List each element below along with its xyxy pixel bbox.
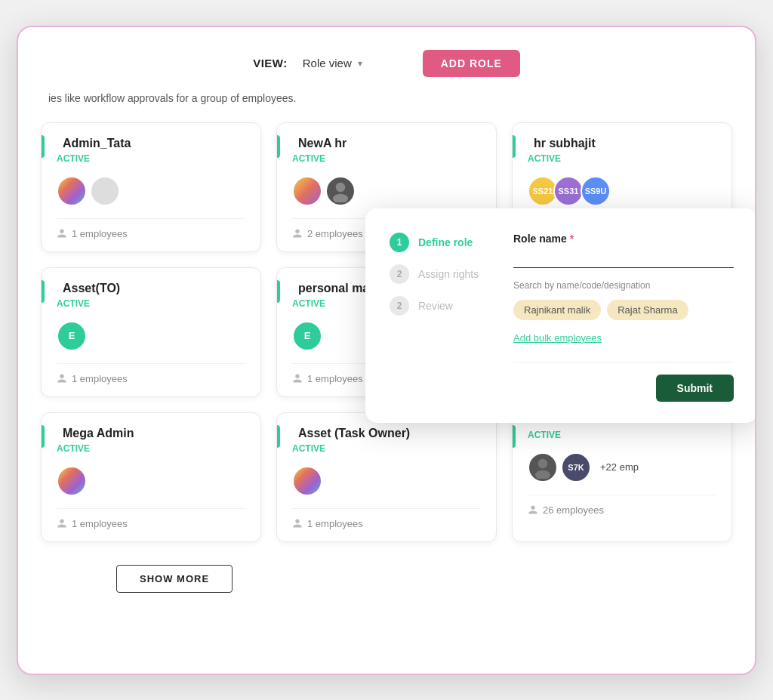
add-role-modal: 1 Define role 2 Assign rights 2: [365, 208, 756, 423]
active-bar: [277, 280, 280, 303]
person-icon: [57, 518, 67, 529]
employee-count: 1 employees: [292, 508, 481, 529]
modal-footer: Submit: [513, 362, 734, 402]
role-card-asset-task-owner: Asset (Task Owner) ACTIVE 1 employees: [276, 412, 497, 542]
card-status: ACTIVE: [528, 430, 716, 440]
card-title: hr subhajit: [528, 137, 716, 150]
person-icon: [292, 518, 303, 529]
avatar-ss31: SS31: [553, 176, 584, 206]
active-bar: [42, 280, 45, 303]
person-silhouette-icon: [531, 456, 554, 479]
avatar-s7k: S7K: [561, 452, 591, 483]
add-role-button[interactable]: ADD ROLE: [423, 50, 520, 77]
extra-emp-badge: +22 emp: [600, 461, 639, 473]
step-2-label: Assign rights: [418, 268, 479, 280]
person-icon: [57, 373, 67, 384]
card-avatars: S7K +22 emp: [528, 451, 716, 484]
card-title: Mega Admin: [57, 427, 245, 440]
step-3-circle: 2: [390, 296, 409, 316]
modal-steps: 1 Define role 2 Assign rights 2: [390, 233, 495, 316]
avatar-colorful: [292, 466, 322, 496]
person-icon: [528, 504, 538, 515]
view-option-text: Role view: [303, 57, 352, 69]
modal-steps-panel: 1 Define role 2 Assign rights 2: [390, 233, 495, 402]
show-more-button[interactable]: SHOW MORE: [116, 565, 233, 593]
add-bulk-employees-link[interactable]: Add bulk employees: [513, 332, 734, 344]
active-bar: [513, 135, 516, 158]
step-define-role: 1 Define role: [390, 233, 495, 252]
avatar-photo1: [528, 452, 558, 483]
submit-button[interactable]: Submit: [656, 375, 734, 402]
view-select-dropdown[interactable]: Role view ▾: [300, 52, 365, 74]
description-text: ies like workflow approvals for a group …: [41, 92, 732, 104]
active-bar: [513, 425, 516, 448]
chevron-down-icon: ▾: [358, 58, 362, 69]
card-status: ACTIVE: [292, 153, 481, 164]
avatar-colorful: [57, 466, 87, 496]
avatar-E: E: [57, 321, 87, 351]
active-bar: [277, 135, 280, 158]
card-title: NewA hr: [292, 137, 481, 150]
card-avatars: SS21 SS31 SS9U: [528, 174, 716, 208]
active-bar: [42, 135, 45, 158]
search-hint: Search by name/code/designation: [513, 280, 734, 291]
card-status: ACTIVE: [57, 298, 245, 309]
required-star: *: [570, 233, 574, 245]
role-card-mega-admin: Mega Admin ACTIVE 1 employees: [41, 412, 261, 542]
role-card-extra: ACTIVE S7K +22 emp 26 employees: [512, 412, 732, 542]
avatar-photo: [325, 176, 356, 206]
card-avatars: [57, 464, 245, 498]
card-status: ACTIVE: [292, 443, 481, 454]
step-3-label: Review: [418, 300, 453, 312]
step-2-circle: 2: [390, 264, 409, 284]
card-avatars: [292, 174, 481, 208]
avatar-E: E: [292, 321, 322, 351]
role-name-input-wrapper: [513, 251, 734, 268]
avatar: [292, 176, 322, 206]
card-title: Asset(TO): [57, 282, 245, 295]
card-title: Admin_Tata: [57, 137, 245, 150]
card-title: Asset (Task Owner): [292, 427, 481, 440]
step-1-label: Define role: [418, 236, 473, 248]
person-icon: [57, 228, 67, 239]
avatar: [57, 176, 87, 206]
person-icon: [292, 373, 303, 384]
svg-point-2: [538, 458, 548, 468]
step-review: 2 Review: [390, 296, 495, 316]
app-container: VIEW: Role view ▾ ADD ROLE ies like work…: [17, 26, 756, 675]
card-status: ACTIVE: [57, 443, 245, 454]
card-avatars: [292, 464, 481, 498]
avatar-ss9u: SS9U: [581, 176, 611, 206]
role-name-input[interactable]: [513, 251, 734, 264]
role-name-label: Role name *: [513, 233, 734, 245]
svg-point-0: [336, 182, 346, 192]
employee-tag-1[interactable]: Rajat Sharma: [607, 300, 688, 320]
svg-point-1: [333, 193, 348, 202]
active-bar: [42, 425, 45, 448]
card-avatars: [57, 174, 245, 208]
role-card-asset-to: Asset(TO) ACTIVE E 1 employees: [41, 267, 261, 397]
top-bar: VIEW: Role view ▾ ADD ROLE: [41, 42, 732, 77]
role-card-admin-tata: Admin_Tata ACTIVE 1 employees: [41, 122, 261, 252]
modal-form-panel: Role name * Search by name/code/designat…: [513, 233, 734, 402]
card-avatars: E: [57, 319, 245, 353]
active-bar: [277, 425, 280, 448]
card-status: ACTIVE: [57, 153, 245, 164]
step-assign-rights: 2 Assign rights: [390, 264, 495, 284]
person-silhouette-icon: [329, 180, 352, 202]
step-1-circle: 1: [390, 233, 409, 252]
card-status: ACTIVE: [528, 153, 716, 164]
view-label: VIEW:: [253, 57, 288, 69]
employee-count: 26 employees: [528, 495, 716, 516]
avatar: [90, 176, 120, 206]
employee-count: 1 employees: [57, 508, 245, 529]
svg-point-3: [535, 470, 550, 478]
employee-count: 1 employees: [57, 363, 245, 384]
person-icon: [292, 228, 303, 239]
employee-tags: Rajnikant malik Rajat Sharma: [513, 300, 734, 320]
employee-count: 1 employees: [57, 218, 245, 239]
modal-layout: 1 Define role 2 Assign rights 2: [390, 233, 734, 402]
employee-tag-0[interactable]: Rajnikant malik: [513, 300, 601, 320]
